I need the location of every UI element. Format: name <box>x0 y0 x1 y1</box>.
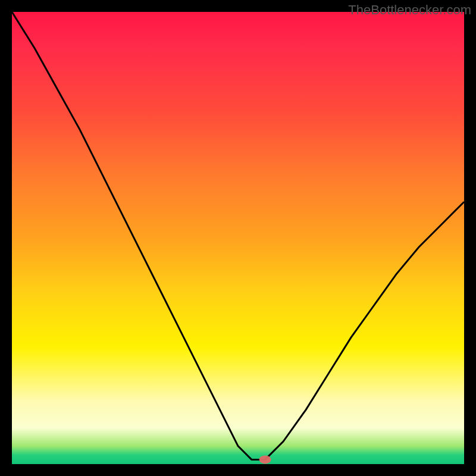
plot-area <box>12 12 464 464</box>
attribution-text: TheBottlenecker.com <box>348 2 471 18</box>
optimal-marker <box>259 455 271 464</box>
chart-container: TheBottlenecker.com <box>0 0 476 476</box>
bottleneck-curve-path <box>12 12 464 459</box>
curve-svg <box>12 12 464 464</box>
